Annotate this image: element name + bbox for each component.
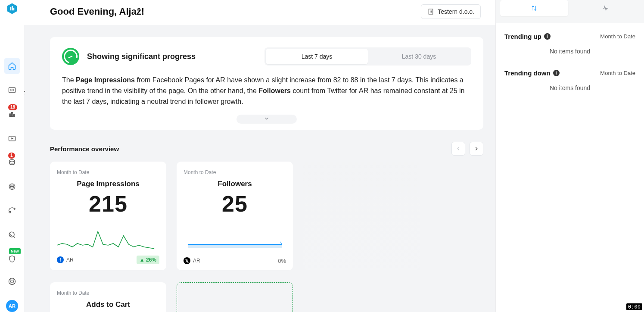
svg-rect-20 (188, 244, 282, 248)
trending-down-empty: No items found (504, 84, 635, 91)
greeting-text: Good Evening, Aljaž! (50, 6, 144, 17)
insight-title: Showing significant progress (87, 52, 196, 61)
add-metric-placeholder[interactable] (177, 282, 293, 312)
metric-card-skeleton (303, 162, 420, 270)
pulse-icon (602, 5, 609, 12)
nav-home[interactable] (4, 58, 20, 74)
metric-card-adds-to-cart[interactable]: Month to Date Adds to Cart (50, 282, 166, 312)
badge: 18 (8, 104, 17, 110)
org-name: Testern d.o.o. (438, 8, 474, 15)
svg-rect-1 (10, 7, 11, 10)
info-icon[interactable]: i (544, 33, 551, 40)
metric-source: 𝕏 AR (184, 257, 200, 264)
sparkline (57, 220, 159, 252)
trending-up-block: Trending up i Month to Date No items fou… (504, 33, 635, 55)
metric-card-followers[interactable]: Month to Date Followers 25 𝕏 AR (177, 162, 293, 270)
trending-up-range: Month to Date (600, 33, 635, 40)
svg-rect-6 (9, 114, 11, 117)
chart-icon (8, 110, 16, 119)
pager-next[interactable] (470, 142, 483, 156)
user-avatar[interactable]: AR (6, 300, 18, 312)
performance-title: Performance overview (50, 145, 119, 153)
tab-activity[interactable] (572, 0, 640, 16)
metric-name: Adds to Cart (57, 300, 159, 309)
right-panel: Trending up i Month to Date No items fou… (495, 0, 644, 312)
tab-trending[interactable] (500, 0, 568, 16)
scoreboard-icon: 123 (8, 86, 16, 94)
sort-icon (531, 5, 538, 12)
nav-goals[interactable] (4, 178, 20, 195)
trending-up-label: Trending up (504, 33, 541, 40)
expand-insight[interactable] (236, 115, 297, 124)
home-icon (8, 62, 16, 70)
nav-budget[interactable]: 1 (4, 154, 20, 171)
range-toggle: Last 7 days Last 30 days (264, 47, 471, 66)
nav-new-feature[interactable]: New (4, 251, 20, 267)
nav-reports[interactable]: 18 (4, 106, 20, 122)
nav-scoreboard[interactable]: 123 (4, 82, 20, 98)
badge: 1 (8, 153, 15, 159)
video-timer-overlay: 0:00 (626, 303, 642, 310)
facebook-icon: f (57, 256, 64, 263)
metric-source: f AR (57, 256, 74, 263)
svg-rect-7 (12, 112, 13, 117)
sparkline (184, 220, 286, 254)
svg-point-16 (9, 232, 14, 237)
svg-point-14 (12, 186, 13, 187)
metric-value: 215 (57, 191, 159, 217)
shield-icon (8, 255, 16, 263)
nav-search[interactable] (4, 227, 20, 243)
chevron-left-icon (455, 146, 461, 152)
coins-icon (8, 158, 16, 167)
range-30d[interactable]: Last 30 days (368, 49, 470, 64)
svg-point-15 (9, 211, 11, 213)
search-icon (8, 231, 16, 239)
media-icon (8, 134, 16, 143)
metric-name: Page Impressions (57, 180, 159, 188)
building-icon (427, 8, 434, 15)
header: Good Evening, Aljaž! Testern d.o.o. (24, 0, 495, 25)
svg-point-18 (11, 280, 14, 283)
svg-rect-3 (13, 8, 14, 10)
metric-value: 25 (184, 191, 286, 217)
metric-period: Month to Date (57, 290, 159, 296)
nav-help[interactable] (4, 273, 20, 290)
metric-name: Followers (184, 180, 286, 188)
x-icon: 𝕏 (184, 257, 190, 264)
gauge-icon (62, 48, 79, 65)
nav-alerts[interactable] (4, 203, 20, 219)
pager-prev[interactable] (451, 142, 465, 156)
svg-point-11 (9, 159, 15, 162)
target-icon (8, 182, 16, 191)
badge-new: New (9, 248, 21, 254)
chevron-down-icon (264, 115, 270, 122)
metric-period: Month to Date (184, 169, 286, 175)
bell-icon (8, 206, 16, 215)
org-selector[interactable]: Testern d.o.o. (421, 4, 481, 19)
nav-media[interactable] (4, 130, 20, 147)
trending-down-block: Trending down i Month to Date No items f… (504, 69, 635, 91)
trending-down-range: Month to Date (600, 70, 635, 76)
metric-delta: 0% (278, 258, 286, 264)
svg-rect-8 (13, 115, 15, 117)
info-icon[interactable]: i (553, 70, 560, 76)
trending-down-label: Trending down (504, 69, 551, 77)
lifebuoy-icon (8, 277, 16, 286)
insight-card: Showing significant progress Last 7 days… (50, 37, 483, 130)
metric-period: Month to Date (57, 169, 159, 175)
svg-marker-10 (11, 137, 13, 139)
sidebar: 123 18 1 New (0, 0, 24, 312)
trending-up-empty: No items found (504, 48, 635, 55)
metric-card-page-impressions[interactable]: Month to Date Page Impressions 215 f AR (50, 162, 166, 270)
metric-delta: ▲ 26% (137, 256, 159, 264)
logo-icon[interactable] (6, 3, 18, 15)
insight-body: The Page Impressions from Facebook Pages… (62, 75, 471, 107)
svg-rect-2 (12, 6, 12, 11)
svg-rect-19 (429, 9, 433, 14)
range-7d[interactable]: Last 7 days (266, 49, 368, 64)
svg-text:123: 123 (10, 89, 14, 91)
chevron-right-icon (473, 146, 479, 152)
